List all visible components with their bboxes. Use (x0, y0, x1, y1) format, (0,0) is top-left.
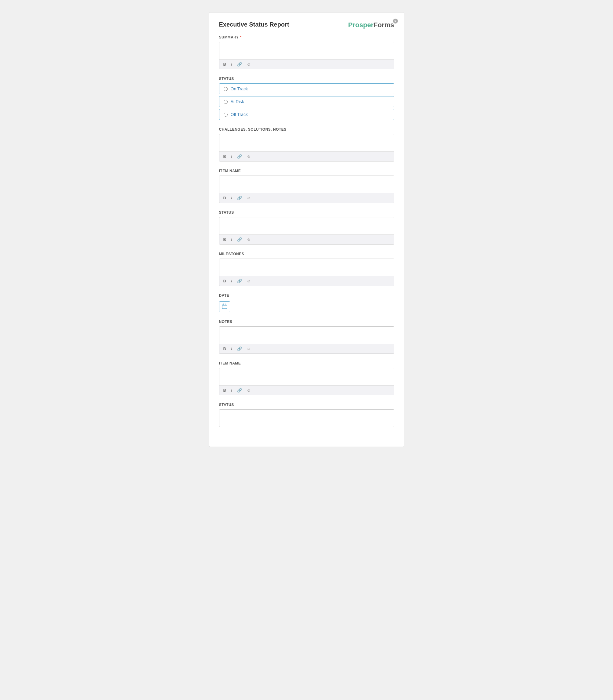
item-name2-textarea[interactable] (219, 368, 394, 384)
calendar-icon (222, 303, 227, 310)
summary-link-btn[interactable]: 🔗 (236, 61, 243, 67)
challenges-italic-btn[interactable]: I (230, 154, 233, 160)
challenges-bold-btn[interactable]: B (222, 154, 227, 160)
item-name2-bold-btn[interactable]: B (222, 387, 227, 393)
date-picker-button[interactable] (219, 301, 230, 312)
milestones-toolbar: B I 🔗 ☺ (219, 276, 394, 286)
summary-textarea[interactable] (219, 42, 394, 58)
notes-emoji-btn[interactable]: ☺ (246, 346, 252, 352)
milestones-link-btn[interactable]: 🔗 (236, 278, 243, 284)
link-icon: 🔗 (237, 237, 242, 242)
milestones-section: MILESTONES B I 🔗 ☺ (219, 252, 394, 286)
notes-link-btn[interactable]: 🔗 (236, 346, 243, 352)
item-name-emoji-btn[interactable]: ☺ (246, 195, 252, 201)
brand-prosper: Prosper (348, 21, 374, 29)
radio-on-track-label: On Track (231, 86, 248, 91)
italic-icon: I (231, 154, 232, 159)
status2-italic-btn[interactable]: I (230, 237, 233, 242)
italic-icon: I (231, 62, 232, 66)
summary-label: SUMMARY* (219, 35, 394, 39)
milestones-italic-btn[interactable]: I (230, 278, 233, 284)
emoji-icon: ☺ (247, 279, 251, 283)
status-section: STATUS On Track At Risk Off Track (219, 77, 394, 120)
notes-italic-btn[interactable]: I (230, 346, 233, 352)
bold-icon: B (223, 388, 226, 393)
radio-off-track[interactable]: Off Track (219, 109, 394, 120)
summary-toolbar: B I 🔗 ☺ (219, 59, 394, 69)
milestones-emoji-btn[interactable]: ☺ (246, 278, 252, 284)
status2-label: STATUS (219, 210, 394, 215)
challenges-toolbar: B I 🔗 ☺ (219, 151, 394, 161)
notes-toolbar: B I 🔗 ☺ (219, 344, 394, 354)
item-name2-emoji-btn[interactable]: ☺ (246, 387, 252, 393)
form-container: Executive Status Report Prosper Forms × … (209, 12, 404, 447)
bold-icon: B (223, 196, 226, 200)
challenges-link-btn[interactable]: 🔗 (236, 154, 243, 160)
status3-section: STATUS (219, 403, 394, 427)
challenges-textarea[interactable] (219, 134, 394, 150)
status3-label: STATUS (219, 403, 394, 407)
item-name2-link-btn[interactable]: 🔗 (236, 387, 243, 393)
challenges-section: CHALLENGES, SOLUTIONS, NOTES B I 🔗 ☺ (219, 127, 394, 162)
link-icon: 🔗 (237, 154, 242, 159)
bold-icon: B (223, 237, 226, 242)
item-name2-section: ITEM NAME B I 🔗 ☺ (219, 361, 394, 395)
notes-label: NOTES (219, 320, 394, 324)
brand-forms: Forms (374, 21, 394, 29)
radio-at-risk[interactable]: At Risk (219, 96, 394, 107)
status2-link-btn[interactable]: 🔗 (236, 237, 243, 242)
svg-rect-0 (222, 304, 227, 309)
summary-section: SUMMARY* B I 🔗 ☺ (219, 35, 394, 69)
italic-icon: I (231, 237, 232, 242)
milestones-label: MILESTONES (219, 252, 394, 256)
status3-rich-text (219, 409, 394, 427)
status2-rich-text: B I 🔗 ☺ (219, 217, 394, 244)
form-title: Executive Status Report (219, 21, 289, 28)
milestones-bold-btn[interactable]: B (222, 278, 227, 284)
item-name-link-btn[interactable]: 🔗 (236, 195, 243, 201)
summary-bold-btn[interactable]: B (222, 61, 227, 67)
radio-on-track-input[interactable] (224, 87, 227, 91)
status3-textarea[interactable] (219, 410, 394, 425)
emoji-icon: ☺ (247, 346, 251, 351)
emoji-icon: ☺ (247, 388, 251, 393)
status2-bold-btn[interactable]: B (222, 237, 227, 242)
item-name2-rich-text: B I 🔗 ☺ (219, 368, 394, 395)
italic-icon: I (231, 388, 232, 393)
item-name-italic-btn[interactable]: I (230, 195, 233, 201)
status2-section: STATUS B I 🔗 ☺ (219, 210, 394, 244)
radio-off-track-input[interactable] (224, 113, 227, 117)
notes-textarea[interactable] (219, 327, 394, 343)
item-name-bold-btn[interactable]: B (222, 195, 227, 201)
item-name2-italic-btn[interactable]: I (230, 387, 233, 393)
link-icon: 🔗 (237, 279, 242, 283)
milestones-rich-text: B I 🔗 ☺ (219, 258, 394, 286)
emoji-icon: ☺ (247, 237, 251, 242)
close-icon[interactable]: × (393, 18, 398, 24)
date-label: DATE (219, 293, 394, 298)
notes-rich-text: B I 🔗 ☺ (219, 326, 394, 354)
radio-at-risk-input[interactable] (224, 100, 227, 104)
link-icon: 🔗 (237, 62, 242, 66)
status2-textarea[interactable] (219, 217, 394, 233)
summary-italic-btn[interactable]: I (230, 61, 233, 67)
challenges-rich-text: B I 🔗 ☺ (219, 134, 394, 162)
milestones-textarea[interactable] (219, 259, 394, 275)
date-section: DATE (219, 293, 394, 312)
emoji-icon: ☺ (247, 196, 251, 200)
challenges-emoji-btn[interactable]: ☺ (246, 154, 252, 160)
status2-emoji-btn[interactable]: ☺ (246, 237, 252, 242)
radio-on-track[interactable]: On Track (219, 83, 394, 94)
summary-emoji-btn[interactable]: ☺ (246, 61, 252, 67)
link-icon: 🔗 (237, 346, 242, 351)
bold-icon: B (223, 154, 226, 159)
notes-bold-btn[interactable]: B (222, 346, 227, 352)
link-icon: 🔗 (237, 388, 242, 393)
form-header: Executive Status Report Prosper Forms × (219, 21, 394, 29)
notes-section: NOTES B I 🔗 ☺ (219, 320, 394, 354)
italic-icon: I (231, 346, 232, 351)
link-icon: 🔗 (237, 196, 242, 200)
item-name-textarea[interactable] (219, 176, 394, 192)
status-label: STATUS (219, 77, 394, 81)
bold-icon: B (223, 279, 226, 283)
